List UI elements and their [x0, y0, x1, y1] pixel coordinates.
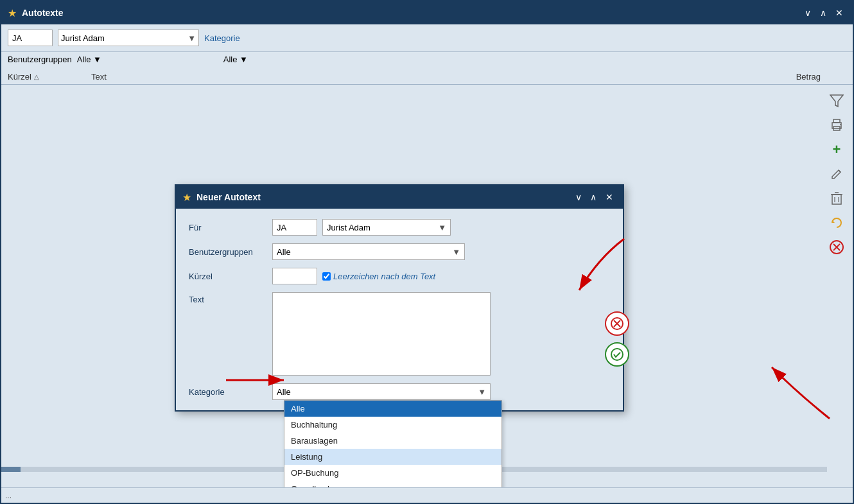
table-header: Kürzel △ Text Betrag — [1, 69, 853, 85]
toolbar-row1: Jurist Adam ▼ Kategorie — [1, 24, 853, 52]
text-form-label: Text — [189, 292, 272, 304]
col-kurzel: Kürzel △ — [8, 72, 91, 82]
shortcode-input[interactable] — [8, 30, 53, 46]
user-dropdown-value: Jurist Adam — [61, 33, 105, 43]
modal-close-button[interactable]: ✕ — [602, 191, 616, 204]
modal-title-bar: ★ Neuer Autotext ∨ ∧ ✕ — [176, 186, 623, 209]
minimize-button[interactable]: ∨ — [801, 7, 814, 19]
user-dropdown-arrow: ▼ — [184, 33, 196, 43]
modal-overlay: ★ Neuer Autotext ∨ ∧ ✕ Für — [1, 85, 853, 487]
bottom-bar: ... — [1, 487, 853, 503]
leerzeichen-checkbox[interactable] — [322, 272, 331, 281]
col-betrag: Betrag — [796, 72, 846, 82]
modal-star-icon: ★ — [182, 191, 191, 204]
benutzer-dropdown-value: Alle — [277, 247, 291, 257]
dd-option-alle[interactable]: Alle — [284, 401, 501, 417]
fuer-shortcode-input[interactable] — [272, 219, 317, 236]
modal-minimize-button[interactable]: ∨ — [572, 191, 585, 204]
benutzer-dd-arrow: ▼ — [452, 247, 460, 257]
red-arrow-add — [759, 354, 836, 433]
alle-dropdown-2-value: Alle — [223, 55, 238, 64]
confirm-action-button[interactable] — [605, 342, 629, 367]
dd-option-leistung[interactable]: Leistung — [284, 449, 501, 465]
dd-option-grundbuch[interactable]: Grundbuch — [284, 481, 501, 487]
main-title-bar: ★ Autotexte ∨ ∧ ✕ — [1, 1, 853, 24]
kategorie-label: Kategorie — [204, 33, 240, 43]
kategorie-dd-arrow: ▼ — [478, 387, 486, 397]
kurzel-form-label: Kürzel — [189, 272, 272, 281]
dd-option-buchhaltung[interactable]: Buchhaltung — [284, 417, 501, 433]
col-text: Text — [91, 72, 271, 82]
kurzel-header: Kürzel — [8, 72, 31, 82]
red-arrow-leistung — [220, 361, 297, 401]
kategorie-dropdown-list: Alle Buchhaltung Barauslagen Leistung OP… — [284, 400, 502, 487]
kurzel-input[interactable] — [272, 268, 317, 284]
modal-window-controls: ∨ ∧ ✕ — [572, 191, 616, 204]
alle-dropdown-2-arrow: ▼ — [240, 55, 248, 64]
alle-dropdown-1-value: Alle — [77, 55, 91, 64]
fuer-row: Für Jurist Adam ▼ — [189, 219, 610, 236]
fuer-user-dropdown[interactable]: Jurist Adam ▼ — [322, 219, 451, 236]
modal-title: Neuer Autotext — [196, 192, 572, 202]
alle-dropdown-1-arrow: ▼ — [93, 55, 101, 64]
cancel-action-button[interactable] — [605, 311, 629, 336]
fuer-label: Für — [189, 223, 272, 232]
modal-action-buttons — [605, 311, 629, 367]
toolbar-row2: Benutzergruppen Alle ▼ Alle ▼ — [1, 52, 853, 69]
close-button[interactable]: ✕ — [832, 7, 846, 19]
red-arrow-cancel — [560, 232, 637, 311]
kategorie-dropdown[interactable]: Alle ▼ — [272, 383, 491, 400]
alle-dropdown-2[interactable]: Alle ▼ — [223, 55, 365, 64]
window-controls: ∨ ∧ ✕ — [801, 7, 846, 19]
leerzeichen-label-text: Leerzeichen nach dem Text — [333, 272, 435, 281]
benutzer-label: Benutzergruppen — [8, 55, 72, 64]
leerzeichen-checkbox-label: Leerzeichen nach dem Text — [322, 272, 435, 281]
kategorie-control: Alle ▼ — [272, 383, 610, 400]
star-icon: ★ — [8, 7, 17, 19]
svg-point-20 — [611, 349, 623, 360]
benutzer-row: Benutzergruppen Alle ▼ — [189, 243, 610, 260]
benutzer-form-label: Benutzergruppen — [189, 247, 272, 257]
sort-icon[interactable]: △ — [34, 73, 39, 80]
kurzel-row: Kürzel Leerzeichen nach dem Text — [189, 268, 610, 284]
content-area: + — [1, 85, 853, 487]
main-window: ★ Autotexte ∨ ∧ ✕ Jurist Adam ▼ Kategori… — [0, 0, 854, 504]
dd-option-barauslagen[interactable]: Barauslagen — [284, 433, 501, 449]
bottom-dots: ... — [5, 491, 12, 500]
restore-button[interactable]: ∧ — [817, 7, 830, 19]
fuer-user-dd-arrow: ▼ — [438, 223, 446, 232]
user-dropdown[interactable]: Jurist Adam ▼ — [58, 30, 199, 46]
modal-restore-button[interactable]: ∧ — [587, 191, 600, 204]
fuer-user-dropdown-value: Jurist Adam — [327, 223, 370, 232]
alle-dropdown-1[interactable]: Alle ▼ — [77, 55, 218, 64]
text-textarea[interactable] — [272, 292, 491, 376]
main-title: Autotexte — [22, 8, 801, 18]
dd-option-op-buchung[interactable]: OP-Buchung — [284, 465, 501, 481]
benutzer-dropdown[interactable]: Alle ▼ — [272, 243, 465, 260]
